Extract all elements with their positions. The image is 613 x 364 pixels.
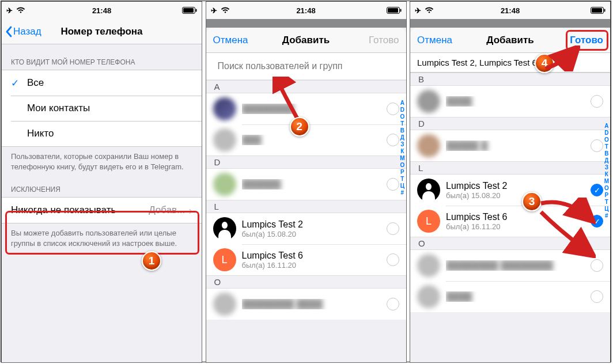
index-letter[interactable]: Ц bbox=[400, 183, 404, 189]
index-letter[interactable]: T bbox=[400, 120, 404, 127]
select-radio-checked[interactable]: ✓ bbox=[591, 215, 603, 227]
select-radio[interactable] bbox=[591, 259, 603, 272]
contact-row-blurred[interactable]: ████ bbox=[410, 281, 610, 312]
index-letter[interactable]: O bbox=[604, 136, 609, 143]
sheet-gap bbox=[410, 19, 610, 28]
select-radio[interactable] bbox=[591, 95, 603, 108]
contact-row-blurred[interactable]: █████ █ bbox=[410, 130, 610, 161]
badge-2: 2 bbox=[290, 117, 309, 136]
section-l: L bbox=[410, 161, 610, 175]
index-letter[interactable]: D bbox=[604, 130, 609, 136]
contact-row-blurred[interactable]: ████████ ████████ bbox=[410, 250, 610, 281]
contact-status: был(а) 15.08.20 bbox=[446, 191, 586, 200]
status-time: 21:48 bbox=[296, 6, 315, 15]
index-letter[interactable]: O bbox=[400, 113, 404, 120]
done-button[interactable]: Готово bbox=[369, 35, 399, 46]
avatar bbox=[417, 134, 440, 157]
svg-rect-2 bbox=[196, 9, 197, 12]
avatar bbox=[417, 285, 440, 308]
option-all[interactable]: ✓Все bbox=[2, 70, 202, 96]
avatar bbox=[417, 254, 440, 277]
option-nobody[interactable]: Никто bbox=[2, 121, 202, 146]
cancel-button[interactable]: Отмена bbox=[213, 35, 248, 46]
index-letter[interactable]: # bbox=[400, 189, 404, 196]
check-icon: ✓ bbox=[11, 77, 20, 89]
index-letter[interactable]: В bbox=[400, 127, 404, 134]
section-who-sees-header: КТО ВИДИТ МОЙ НОМЕР ТЕЛЕФОНА bbox=[2, 44, 202, 70]
nav-title: Номер телефона bbox=[60, 26, 142, 37]
index-letter[interactable]: # bbox=[604, 213, 609, 219]
nav-title: Добавить bbox=[282, 35, 330, 46]
contact-lumpics-2[interactable]: Lumpics Test 2был(а) 15.08.20 ✓ bbox=[410, 175, 610, 206]
index-letter[interactable]: Р bbox=[604, 192, 609, 198]
badge-3: 3 bbox=[522, 192, 542, 211]
select-radio[interactable] bbox=[387, 222, 399, 235]
airplane-icon: ✈ bbox=[6, 6, 13, 15]
contact-row-blurred[interactable]: ████ bbox=[410, 86, 610, 117]
cancel-button[interactable]: Отмена bbox=[417, 35, 452, 46]
avatar bbox=[417, 179, 440, 202]
index-letter[interactable]: A bbox=[604, 123, 609, 129]
index-letter[interactable]: Д bbox=[400, 134, 404, 141]
contact-lumpics-6[interactable]: L Lumpics Test 6был(а) 16.11.20 bbox=[206, 244, 406, 275]
section-b: B bbox=[410, 73, 610, 86]
index-letter[interactable]: М bbox=[604, 178, 609, 184]
search-input[interactable] bbox=[213, 58, 399, 75]
contact-lumpics-2[interactable]: Lumpics Test 2был(а) 15.08.20 bbox=[206, 213, 406, 244]
back-button[interactable]: Назад bbox=[5, 26, 41, 37]
svg-rect-4 bbox=[388, 8, 398, 13]
contact-lumpics-6[interactable]: L Lumpics Test 6был(а) 16.11.20 ✓ bbox=[410, 206, 610, 237]
index-letter[interactable]: Р bbox=[400, 169, 404, 175]
contact-status: был(а) 16.11.20 bbox=[242, 261, 382, 270]
search-field[interactable] bbox=[206, 53, 406, 80]
index-letter[interactable]: З bbox=[400, 141, 404, 147]
index-letter[interactable]: О bbox=[400, 162, 404, 168]
avatar bbox=[213, 128, 236, 151]
select-radio[interactable] bbox=[591, 139, 603, 152]
section-index[interactable]: ADOTВДЗКМОРТЦ# bbox=[400, 100, 404, 196]
index-letter[interactable]: З bbox=[604, 164, 609, 170]
status-time: 21:48 bbox=[501, 6, 520, 15]
select-radio[interactable] bbox=[387, 253, 399, 266]
select-radio-checked[interactable]: ✓ bbox=[591, 184, 603, 196]
select-radio[interactable] bbox=[387, 134, 399, 146]
screen-3: ✈ 21:48 Отмена Добавить Готово Lumpics T… bbox=[410, 1, 611, 363]
index-letter[interactable]: В bbox=[604, 150, 609, 157]
done-button[interactable]: Готово bbox=[570, 35, 603, 46]
index-letter[interactable]: Т bbox=[400, 176, 404, 182]
select-radio[interactable] bbox=[387, 298, 399, 310]
contact-row-blurred[interactable]: ████████ ████ bbox=[206, 289, 406, 320]
contact-name-blurred: █████ █ bbox=[446, 141, 586, 151]
index-letter[interactable]: Ц bbox=[604, 206, 609, 212]
select-radio[interactable] bbox=[387, 103, 399, 115]
never-show-cell[interactable]: Никогда не показывать Добав... › bbox=[2, 198, 202, 223]
avatar bbox=[213, 97, 236, 120]
index-letter[interactable]: D bbox=[400, 107, 404, 113]
section-l: L bbox=[206, 200, 406, 213]
back-label: Назад bbox=[13, 26, 41, 37]
index-letter[interactable]: Д bbox=[604, 157, 609, 164]
airplane-icon: ✈ bbox=[415, 6, 421, 15]
contact-row-blurred[interactable]: ██████ bbox=[206, 169, 406, 200]
section-o: O bbox=[410, 237, 610, 250]
nav-bar: Назад Номер телефона bbox=[2, 19, 202, 44]
selected-chips[interactable]: Lumpics Test 2, Lumpics Test 6 bbox=[410, 53, 610, 73]
contact-status: был(а) 16.11.20 bbox=[446, 222, 586, 231]
airplane-icon: ✈ bbox=[211, 6, 217, 15]
index-letter[interactable]: A bbox=[400, 100, 404, 106]
avatar bbox=[213, 293, 236, 316]
section-d: D bbox=[206, 156, 406, 169]
index-letter[interactable]: М bbox=[400, 155, 404, 161]
index-letter[interactable]: T bbox=[604, 143, 609, 150]
select-radio[interactable] bbox=[591, 290, 603, 303]
nav-bar: Отмена Добавить Готово bbox=[410, 28, 610, 53]
index-letter[interactable]: Т bbox=[604, 199, 609, 205]
index-letter[interactable]: О bbox=[604, 185, 609, 191]
section-index[interactable]: ADOTВДЗКМОРТЦ# bbox=[604, 123, 609, 219]
select-radio[interactable] bbox=[387, 178, 399, 191]
index-letter[interactable]: К bbox=[400, 148, 404, 154]
sheet-gap bbox=[206, 19, 406, 28]
contact-name-blurred: ████ bbox=[446, 96, 586, 107]
index-letter[interactable]: К bbox=[604, 171, 609, 177]
option-contacts[interactable]: Мои контакты bbox=[2, 96, 202, 121]
